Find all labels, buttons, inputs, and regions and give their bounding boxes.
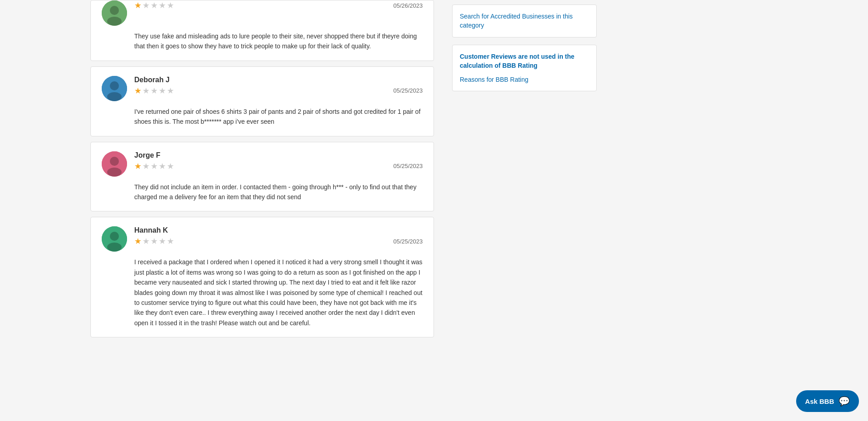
rating-info-box: Customer Reviews are not used in the cal… <box>452 45 597 91</box>
svg-point-10 <box>110 232 119 241</box>
sidebar: Search for Accredited Businesses in this… <box>443 0 606 421</box>
rating-note: Customer Reviews are not used in the cal… <box>460 52 589 70</box>
review-card: Jorge F ★ ★ ★ ★ ★ 05/25/2023 They did no… <box>90 142 434 212</box>
star-3: ★ <box>151 0 158 10</box>
ask-bbb-button[interactable]: Ask BBB 💬 <box>796 390 859 412</box>
star-4: ★ <box>159 0 166 10</box>
search-accredited-link[interactable]: Search for Accredited Businesses in this… <box>460 13 573 29</box>
star-5: ★ <box>167 161 174 171</box>
review-card-partial: ★ ★ ★ ★ ★ 05/26/2023 They use fake and m… <box>90 0 434 61</box>
svg-point-2 <box>107 17 122 26</box>
search-accredited-box: Search for Accredited Businesses in this… <box>452 5 597 37</box>
star-4: ★ <box>159 236 166 246</box>
svg-point-5 <box>107 92 122 101</box>
star-rating: ★ ★ ★ ★ ★ <box>134 0 174 10</box>
avatar <box>102 76 127 101</box>
review-date: 05/25/2023 <box>393 163 423 169</box>
svg-point-1 <box>110 6 119 15</box>
star-1: ★ <box>134 161 142 171</box>
reviewer-name: Deborah J <box>134 76 423 84</box>
star-1: ★ <box>134 236 142 246</box>
star-4: ★ <box>159 86 166 96</box>
review-card: Hannah K ★ ★ ★ ★ ★ 05/25/2023 I received… <box>90 217 434 337</box>
review-text: They use fake and misleading ads to lure… <box>134 31 423 51</box>
review-card: Deborah J ★ ★ ★ ★ ★ 05/25/2023 I've retu… <box>90 66 434 136</box>
reasons-link[interactable]: Reasons for BBB Rating <box>460 76 528 83</box>
star-3: ★ <box>151 161 158 171</box>
star-rating: ★ ★ ★ ★ ★ <box>134 161 174 171</box>
review-meta: Deborah J ★ ★ ★ ★ ★ 05/25/2023 <box>134 76 423 96</box>
star-2: ★ <box>142 0 150 10</box>
svg-point-8 <box>107 168 122 177</box>
reviewer-name: Hannah K <box>134 226 423 234</box>
ask-bbb-label: Ask BBB <box>805 398 834 405</box>
review-text: They did not include an item in order. I… <box>134 182 423 202</box>
star-3: ★ <box>151 86 158 96</box>
star-4: ★ <box>159 161 166 171</box>
star-1: ★ <box>134 0 142 10</box>
review-date: 05/26/2023 <box>393 2 423 9</box>
reviewer-name: Jorge F <box>134 151 423 159</box>
review-date: 05/25/2023 <box>393 87 423 94</box>
chat-icon: 💬 <box>839 396 850 407</box>
review-meta: Jorge F ★ ★ ★ ★ ★ 05/25/2023 <box>134 151 423 171</box>
star-5: ★ <box>167 86 174 96</box>
avatar <box>102 226 127 252</box>
avatar <box>102 0 127 26</box>
review-meta: Hannah K ★ ★ ★ ★ ★ 05/25/2023 <box>134 226 423 246</box>
star-2: ★ <box>142 236 150 246</box>
svg-point-11 <box>107 243 122 252</box>
avatar <box>102 151 127 177</box>
star-5: ★ <box>167 236 174 246</box>
star-2: ★ <box>142 86 150 96</box>
star-rating: ★ ★ ★ ★ ★ <box>134 236 174 246</box>
star-rating: ★ ★ ★ ★ ★ <box>134 86 174 96</box>
star-5: ★ <box>167 0 174 10</box>
star-2: ★ <box>142 161 150 171</box>
review-text: I've returned one pair of shoes 6 shirts… <box>134 107 423 127</box>
star-3: ★ <box>151 236 158 246</box>
svg-point-7 <box>110 157 119 166</box>
star-1: ★ <box>134 86 142 96</box>
review-date: 05/25/2023 <box>393 238 423 245</box>
review-text: I received a package that I ordered when… <box>134 257 423 328</box>
svg-point-4 <box>110 81 119 90</box>
